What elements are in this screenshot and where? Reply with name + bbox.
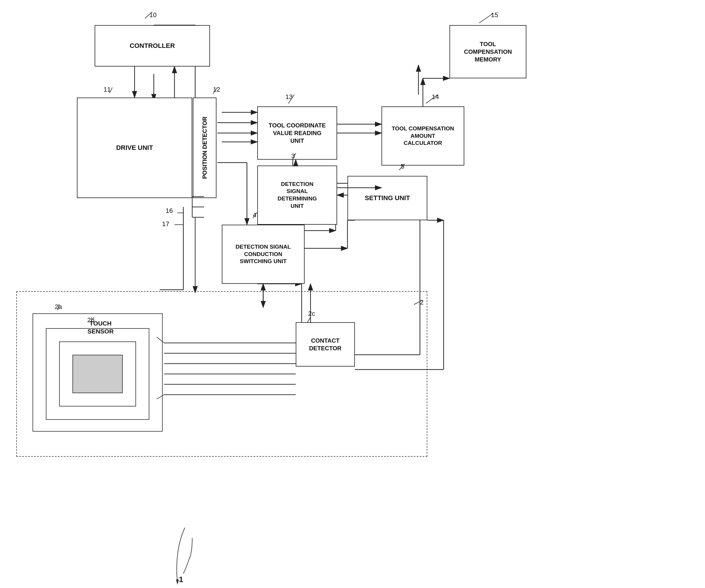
ref-1: 1	[179, 575, 183, 584]
ref-2b: 2b	[87, 316, 94, 324]
tool-comp-mem-box: TOOLCOMPENSATIONMEMORY	[450, 25, 526, 78]
controller-box: CONTROLLER	[95, 25, 210, 66]
ref-3: 3	[291, 152, 295, 160]
ref-14: 14	[432, 93, 439, 101]
contact-detector-box: CONTACTDETECTOR	[296, 322, 355, 366]
ref-12: 12	[213, 86, 220, 93]
ref-17: 17	[162, 220, 169, 228]
svg-marker-74	[176, 579, 179, 585]
position-detector-box: POSITION DETECTOR	[193, 98, 217, 198]
touch-sensor-box: TOUCHSENSOR	[33, 313, 162, 432]
ref-2: 2	[420, 299, 423, 306]
ref-13: 13	[285, 93, 292, 101]
tool-coord-box: TOOL COORDINATEVALUE READINGUNIT	[257, 106, 337, 160]
ref-2a: 2a	[55, 303, 62, 311]
ref1-arrow-svg	[162, 526, 207, 585]
ref-2c: 2c	[308, 310, 315, 317]
tool-comp-calc-box: TOOL COMPENSATIONAMOUNTCALCULATOR	[381, 106, 464, 165]
ref-5: 5	[401, 162, 404, 170]
diagram-container: CONTROLLER 10 DRIVE UNIT 11 POSITION DET…	[0, 0, 705, 588]
ref-10: 10	[149, 11, 156, 19]
det-signal-det-box: DETECTIONSIGNALDETERMININGUNIT	[257, 165, 337, 225]
ref-15: 15	[491, 11, 498, 19]
det-signal-sw-box: DETECTION SIGNALCONDUCTIONSWITCHING UNIT	[222, 225, 304, 284]
setting-unit-box: SETTING UNIT	[347, 176, 427, 220]
ref-4: 4	[253, 211, 256, 219]
ref-16: 16	[166, 207, 173, 214]
ref-11: 11	[103, 86, 110, 93]
drive-unit-box: DRIVE UNIT	[77, 98, 192, 198]
